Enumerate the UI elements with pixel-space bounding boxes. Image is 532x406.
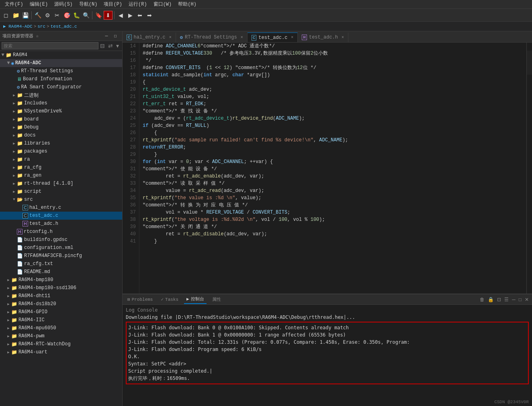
- tree-item-RA6M4-GPIO[interactable]: ▶ 📁 RA6M4-GPIO: [0, 308, 122, 316]
- tree-item-ra-cfg[interactable]: ▶ 📁 ra_cfg: [0, 163, 122, 171]
- tab-label: RT-Thread Settings: [185, 35, 237, 40]
- sidebar-maximize[interactable]: □: [111, 32, 120, 41]
- tab-test-adc-c[interactable]: C test_adc.c ×: [248, 33, 298, 42]
- tree-item-Debug[interactable]: ▶ 📁 Debug: [0, 123, 122, 131]
- tab-tasks[interactable]: ✓ Tasks: [158, 296, 181, 303]
- panel-minimize[interactable]: ─: [511, 296, 516, 303]
- menu-window[interactable]: 窗口(W): [150, 1, 175, 8]
- tree-item-ra[interactable]: ▶ 📁 ra: [0, 155, 122, 163]
- sidebar-collapse-all[interactable]: ⊟: [98, 42, 106, 50]
- tree-item-ra-cfg-txt[interactable]: 📄 ra_cfg.txt: [0, 260, 122, 268]
- tree-item-hal-entry-c[interactable]: C hal_entry.c: [0, 204, 122, 212]
- tree-item-src[interactable]: ▼ 📂 src: [0, 196, 122, 204]
- tree-item-Includes[interactable]: ▶ 📁 Includes: [0, 99, 122, 107]
- breadcrumb-file[interactable]: test_adc.c: [51, 24, 77, 29]
- line-number-41: 41: [123, 238, 136, 245]
- menu-file[interactable]: 文件(F): [2, 1, 27, 8]
- tab-test-adc-h[interactable]: H test_adc.h ×: [298, 33, 348, 42]
- tree-item-RA6M4-mpu6050[interactable]: ▶ 📁 RA6M4-mpu6050: [0, 324, 122, 332]
- panel-menu[interactable]: ☰: [503, 296, 509, 303]
- menu-source[interactable]: 源码(S): [51, 1, 76, 8]
- panel-clear[interactable]: 🗑: [479, 296, 485, 303]
- toolbar-sep-1: [31, 11, 32, 19]
- tree-item-RA6M4-pwm[interactable]: ▶ 📁 RA6M4-pwm: [0, 332, 122, 340]
- panel-maximize[interactable]: □: [518, 296, 522, 303]
- menu-help[interactable]: 帮助(H): [175, 1, 200, 8]
- tree-item--SystemDrive-[interactable]: ▶ 📁 %SystemDrive%: [0, 107, 122, 115]
- code-content[interactable]: #define ADC_CHANNEL 6 "comment">/* ADC 通…: [139, 43, 526, 294]
- toolbar-search[interactable]: 🔍: [82, 11, 90, 20]
- tab-properties[interactable]: 属性: [210, 295, 223, 304]
- sidebar-search[interactable]: [2, 42, 98, 49]
- tab-hal-entry-c[interactable]: C hal_entry.c ×: [123, 33, 176, 42]
- sidebar-menu[interactable]: ▾: [115, 42, 121, 50]
- toolbar-new[interactable]: ◻: [2, 11, 10, 20]
- panel-close[interactable]: ✕: [524, 296, 530, 303]
- menu-edit[interactable]: 编辑(E): [27, 1, 51, 8]
- tab-close[interactable]: ×: [291, 35, 293, 40]
- tab-close[interactable]: ×: [342, 35, 344, 40]
- tree-item-README-md[interactable]: 📄 README.md: [0, 268, 122, 276]
- tree-item----[interactable]: ▶ 📁 二进制: [0, 91, 122, 99]
- tree-root-ra6m4[interactable]: ▼📁RA6M4: [0, 51, 122, 59]
- toolbar-open[interactable]: 📁: [11, 11, 20, 20]
- editor-scrollbar[interactable]: [526, 43, 532, 294]
- toolbar-next[interactable]: ➡: [145, 11, 154, 20]
- sidebar-link-editor[interactable]: ⇄: [106, 42, 115, 50]
- tab-close[interactable]: ×: [241, 35, 243, 40]
- toolbar-bookmark[interactable]: 🔖: [94, 11, 103, 20]
- toolbar-forward[interactable]: ▶: [126, 11, 135, 20]
- tab-console[interactable]: ▶ 控制台: [184, 295, 207, 304]
- toolbar-build2[interactable]: ⚙: [43, 11, 52, 20]
- tree-ra6m4-adc[interactable]: ▼◉RA6M4-ADC: [0, 59, 122, 67]
- tree-item-rt-thread--4-1-0-[interactable]: ▶ 📁 rt-thread [4.1.0]: [0, 180, 122, 188]
- tree-item-docs[interactable]: ▶ 📁 docs: [0, 131, 122, 139]
- menu-navigate[interactable]: 导航(N): [76, 1, 101, 8]
- toolbar-back[interactable]: ◀: [116, 11, 125, 20]
- toolbar-build[interactable]: 🔨: [33, 11, 42, 20]
- tree-item-RA6M4-bmp180-ssd1306[interactable]: ▶ 📁 RA6M4-bmp180-ssd1306: [0, 284, 122, 292]
- log-console[interactable]: Log Console Downloading file |D:\RT-Thre…: [123, 305, 532, 406]
- line-number-26: 26: [123, 129, 136, 137]
- tree-item-test-adc-h[interactable]: H test_adc.h: [0, 220, 122, 228]
- menu-run[interactable]: 运行(R): [125, 1, 150, 8]
- toolbar-prev[interactable]: ⬅: [135, 11, 144, 20]
- toolbar-flash[interactable]: ⬇: [104, 11, 113, 20]
- tree-item-test-adc-c[interactable]: C test_adc.c: [0, 212, 122, 220]
- tree-item-RA-Smart-Configurator[interactable]: ⚙ RA Smart Configurator: [0, 83, 122, 91]
- tree-item-packages[interactable]: ▶ 📁 packages: [0, 147, 122, 155]
- tree-item-libraries[interactable]: ▶ 📁 libraries: [0, 139, 122, 147]
- console-line-5: O.K.: [128, 353, 526, 360]
- tree-item-rtconfig-h[interactable]: H rtconfig.h: [0, 228, 122, 236]
- console-line-8: 执行完毕，耗时：16509ms.: [128, 375, 526, 382]
- menu-project[interactable]: 项目(P): [100, 1, 125, 8]
- tab-RT-Thread-Settings[interactable]: ⚙ RT-Thread Settings ×: [176, 33, 248, 42]
- toolbar-debug-target[interactable]: 🐛: [72, 11, 81, 20]
- sidebar-minimize[interactable]: ─: [102, 32, 111, 41]
- tree-item-ra-gen[interactable]: ▶ 📁 ra_gen: [0, 171, 122, 180]
- code-line-14: #define ADC_CHANNEL 6 "comment">/* ADC 通…: [143, 43, 523, 50]
- breadcrumb-project[interactable]: RA6M4-ADC: [8, 24, 32, 29]
- tree-item-RA6M4-bmp180[interactable]: ▶ 📁 RA6M4-bmp180: [0, 276, 122, 284]
- tree-item-RA6M4-dht11[interactable]: ▶ 📁 RA6M4-dht11: [0, 292, 122, 300]
- toolbar-target[interactable]: 🎯: [62, 11, 71, 20]
- tree-item-buildinfo-gpdsc[interactable]: 📄 buildinfo.gpdsc: [0, 236, 122, 244]
- tree-item-RA6M4-uart[interactable]: ▶ 📁 RA6M4-uart: [0, 348, 122, 356]
- tree-item-script[interactable]: ▶ 📁 script: [0, 188, 122, 196]
- panel-lock[interactable]: 🔒: [487, 296, 495, 303]
- tree-item-RA6M4-ds18b20[interactable]: ▶ 📁 RA6M4-ds18b20: [0, 300, 122, 308]
- tree-item-RA6M4-IIC[interactable]: ▶ 📁 RA6M4-IIC: [0, 316, 122, 324]
- tree-item-RT-Thread-Settings[interactable]: ⚙ RT-Thread Settings: [0, 67, 122, 75]
- toolbar-clean[interactable]: ✂: [53, 11, 61, 20]
- toolbar-save[interactable]: 💾: [21, 11, 30, 20]
- tab-problems[interactable]: ⊞ Problems: [125, 296, 155, 303]
- tree-item-Board-Information[interactable]: 🖥 Board Information: [0, 75, 122, 83]
- tab-close[interactable]: ×: [169, 35, 172, 40]
- tree-item-board[interactable]: ▶ 📁 board: [0, 115, 122, 123]
- tree-item-configuration-xml[interactable]: 📄 configuration.xml: [0, 244, 122, 252]
- tree-item-R7FA6M4AF3CFB-pincfg[interactable]: 📄 R7FA6M4AF3CFB.pincfg: [0, 252, 122, 260]
- panel-filter[interactable]: ⊡: [496, 296, 502, 303]
- breadcrumb-folder[interactable]: src: [37, 24, 45, 29]
- tree-item-RA6M4-RTC-WatchDog[interactable]: ▶ 📁 RA6M4-RTC-WatchDog: [0, 340, 122, 348]
- search-input[interactable]: [4, 43, 96, 48]
